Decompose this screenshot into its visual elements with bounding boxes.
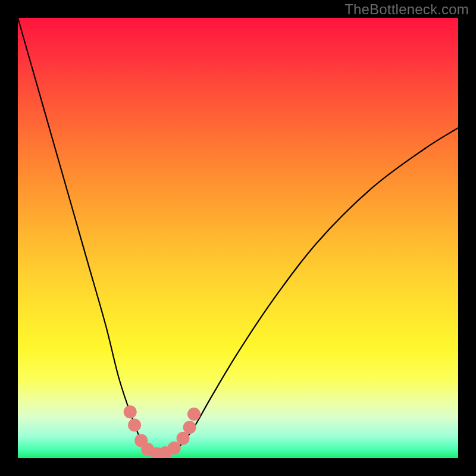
curve-marker bbox=[187, 408, 201, 421]
curve-marker bbox=[177, 432, 190, 445]
curve-markers bbox=[124, 405, 201, 458]
bottleneck-curve bbox=[18, 18, 458, 458]
watermark-text: TheBottleneck.com bbox=[345, 1, 469, 18]
chart-frame: TheBottleneck.com bbox=[0, 0, 476, 476]
curve-marker bbox=[168, 441, 181, 455]
curve-marker bbox=[124, 405, 137, 418]
curve-marker bbox=[183, 421, 196, 434]
chart-svg bbox=[18, 18, 458, 458]
curve-marker bbox=[128, 419, 141, 432]
plot-area bbox=[18, 18, 458, 458]
curve-line bbox=[18, 18, 458, 458]
